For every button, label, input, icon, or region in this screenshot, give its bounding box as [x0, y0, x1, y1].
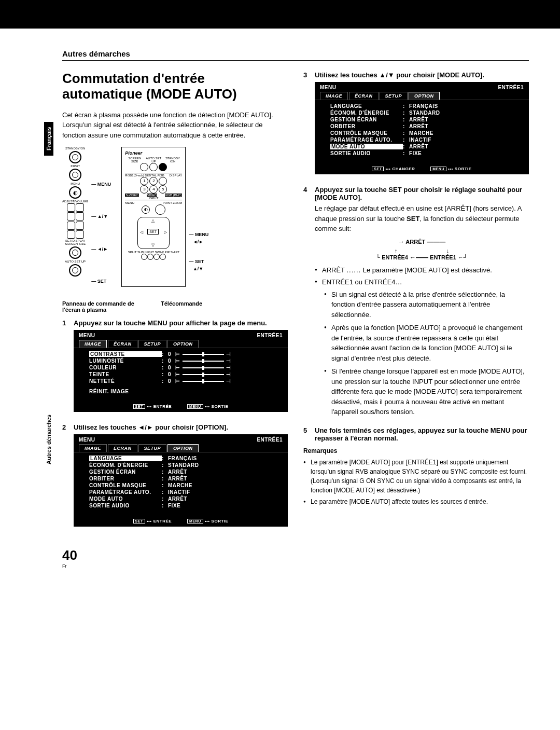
- osd-row-value: 0 ⊢⊣: [168, 365, 272, 370]
- osd-input-indicator: ENTRÉE1: [257, 437, 283, 443]
- remarque-item: Le paramètre [MODE AUTO] pour [ENTRÉE1] …: [303, 458, 529, 495]
- panel-screensize-label: SCREEN SIZE: [65, 242, 86, 245]
- remote-menu-label: MENU: [125, 201, 134, 204]
- osd-colon: :: [403, 137, 409, 143]
- osd-tab-setup: SETUP: [380, 92, 408, 100]
- step-5: 5 Une fois terminés ces réglages, appuye…: [303, 426, 529, 442]
- osd-row: GESTION ÉCRAN:ARRÊT: [330, 116, 513, 123]
- remote-menu-btn-icon: ◐: [142, 205, 150, 214]
- left-column: Commutation d'entrée automatique (MODE A…: [62, 71, 288, 532]
- step-1-title: Appuyez sur la touche MENU pour afficher…: [74, 319, 288, 327]
- step-2-title: Utilisez les touches ◄/► pour choisir [O…: [74, 423, 288, 431]
- osd-colon: :: [162, 469, 168, 475]
- remote-updown-callout: ▲/▼: [189, 266, 208, 271]
- osd-colon: :: [162, 496, 168, 502]
- osd-row-value: STANDARD: [409, 110, 513, 116]
- entree-definition: ENTRÉE1 ou ENTRÉE4… Si un signal est dét…: [315, 277, 529, 417]
- autosetup-knob-icon: [69, 264, 81, 277]
- osd-row-label: NETTETÉ: [89, 378, 162, 384]
- remote-input-label: INPUT: [125, 197, 182, 200]
- osd-colon: :: [162, 371, 168, 377]
- remote-mini-btn-icon: [153, 254, 160, 260]
- osd-colon: :: [162, 483, 168, 488]
- osd-tab-option: OPTION: [167, 340, 199, 348]
- osd-tab-setup: SETUP: [138, 340, 167, 348]
- osd-row-label: CONTRÔLE MASQUE: [330, 130, 403, 136]
- osd-row-label: LUMINOSITÉ: [89, 358, 162, 364]
- standby-knob-icon: [69, 151, 81, 163]
- osd-row-label: PARAMÉTRAGE AUTO.: [89, 489, 162, 495]
- osd-colon: :: [162, 462, 168, 468]
- remote-standby-label: STANDBY /ON: [163, 157, 183, 163]
- remote-svideo-label: S-VIDEO: [125, 194, 139, 197]
- osd-row-label: SORTIE AUDIO: [330, 150, 403, 156]
- remote-dpad-icon: △ ▽ ◁ ▷ SET: [125, 217, 182, 249]
- panel-standby-label: STANDBY/ON: [65, 147, 86, 150]
- osd-tab-setup: SETUP: [138, 444, 167, 452]
- remote-brand: Pioneer: [125, 150, 182, 156]
- osd-tab-option: OPTION: [409, 92, 440, 100]
- osd-row-value: 0 ⊢⊣: [168, 371, 272, 377]
- osd-row: ÉCONOM. D'ÉNERGIE:STANDARD: [330, 109, 513, 116]
- osd-colon: :: [403, 144, 409, 149]
- osd-image-screen: MENU ENTRÉE1 IMAGE ÉCRAN SETUP OPTION CO…: [74, 330, 288, 412]
- step-number: 1: [62, 319, 69, 417]
- osd-tab-ecran: ÉCRAN: [108, 444, 137, 452]
- sub-bullet-item: Si l'entrée change lorsque l'appareil es…: [322, 366, 529, 417]
- remote-mini-btn-icon: [147, 254, 153, 260]
- osd-row-label: ÉCONOM. D'ÉNERGIE: [89, 462, 162, 468]
- osd-row-value: ARRÊT: [409, 123, 513, 129]
- osd-colon: :: [162, 358, 168, 364]
- osd-row-label: ORBITER: [330, 123, 403, 129]
- osd-row-value: INACTIF: [168, 489, 272, 495]
- remote-btn-icon: [140, 163, 148, 171]
- step-number: 4: [303, 186, 311, 420]
- remote-set-callout: — SET: [189, 259, 208, 264]
- remote-display-label: DISPLAY: [169, 174, 182, 177]
- osd-row-value: FIXE: [168, 503, 272, 508]
- osd-row: CONTRASTE:0 ⊢⊣: [89, 351, 272, 357]
- osd-row: CONTRÔLE MASQUE:MARCHE: [89, 482, 272, 489]
- osd-colon: :: [403, 117, 409, 122]
- osd-row-value: INACTIF: [409, 137, 513, 143]
- page-number-lang: Fr: [62, 563, 529, 569]
- side-tab-language: Français: [44, 122, 53, 156]
- step-4-title: Appuyez sur la touche SET pour choisir l…: [315, 186, 529, 201]
- panel-menu-callout: — MENU: [91, 182, 111, 187]
- remote-num-icon: 3: [140, 185, 148, 194]
- osd-row-value: 0 ⊢⊣: [168, 351, 272, 357]
- osd-row-value: ARRÊT: [168, 476, 272, 481]
- osd-tab-image: IMAGE: [320, 92, 348, 100]
- osd-row-label: ÉCONOM. D'ÉNERGIE: [330, 110, 403, 116]
- cycle-diagram: → ARRÊT ——— ↑ ↓ └ ENTRÉE4 ←—— ENTRÉE1 ←┘: [360, 238, 484, 261]
- osd-row-label: GESTION ÉCRAN: [89, 469, 162, 475]
- osd-row-value: MARCHE: [168, 483, 272, 488]
- right-column: 3 Utilisez les touches ▲/▼ pour choisir …: [303, 71, 529, 532]
- step-5-title: Une fois terminés ces réglages, appuyez …: [315, 426, 529, 442]
- osd-tab-ecran: ÉCRAN: [349, 92, 379, 100]
- osd-row-value: FRANÇAIS: [409, 103, 513, 109]
- remote-diagram: Pioneer SCREEN SIZE AUTO SET UP STANDBY …: [121, 147, 186, 287]
- remote-mini-btn-icon: [141, 254, 147, 260]
- osd-colon: :: [162, 378, 168, 384]
- remote-num-icon: 4: [149, 185, 158, 194]
- osd-row: ORBITER:ARRÊT: [330, 123, 513, 130]
- osd-row: MODE AUTO:ARRÊT: [89, 495, 272, 502]
- osd-reinit-image: RÉINIT. IMAGE: [89, 389, 272, 394]
- osd-row-value: FIXE: [409, 150, 513, 156]
- osd-row-label: CONTRÔLE MASQUE: [89, 483, 162, 488]
- section-header: Autres démarches: [62, 49, 529, 61]
- remarques-heading: Remarques: [303, 447, 529, 454]
- remote-btn-icon: [159, 177, 167, 185]
- osd-row-label: COULEUR: [89, 365, 162, 370]
- remote-pointzoom-btn-icon: [155, 204, 165, 215]
- osd-colon: :: [403, 103, 409, 109]
- osd-row-value: ARRÊT: [168, 496, 272, 502]
- osd-row: LANGUAGE:FRANÇAIS: [330, 103, 513, 109]
- page-title: Commutation d'entrée automatique (MODE A…: [62, 71, 288, 102]
- osd-row: PARAMÉTRAGE AUTO.:INACTIF: [330, 136, 513, 143]
- remote-num-icon: 5: [159, 185, 167, 194]
- remote-rgbbnc-label: RGB (BNC): [165, 194, 182, 197]
- osd-row-label: SORTIE AUDIO: [89, 503, 162, 508]
- osd-row: SORTIE AUDIO:FIXE: [330, 150, 513, 157]
